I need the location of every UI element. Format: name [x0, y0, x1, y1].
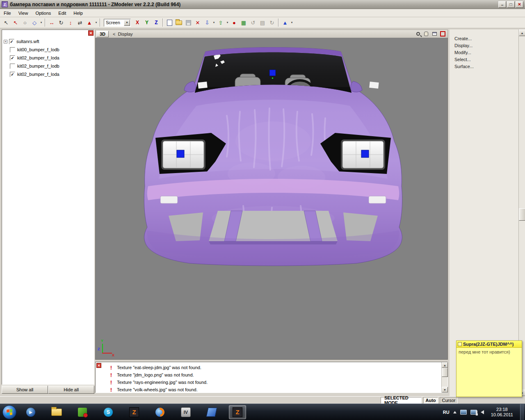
- selected-mode-toggle[interactable]: SELECTED MODE: [381, 397, 422, 404]
- taskbar-utility-icon[interactable]: [74, 405, 91, 419]
- note-body[interactable]: перед мне тот нравится): [457, 348, 522, 356]
- expander-icon[interactable]: [4, 40, 7, 43]
- sticky-note-header[interactable]: Supra(2JZ-GTE)JDM^^): [457, 341, 522, 348]
- menu-options[interactable]: Options: [32, 10, 55, 16]
- new-file-icon[interactable]: [165, 18, 174, 27]
- titlebar[interactable]: бампера поставил и подровнял 1111111 - Z…: [0, 0, 525, 9]
- command-surface[interactable]: Surface...: [454, 64, 474, 71]
- menu-edit[interactable]: Edit: [55, 10, 70, 16]
- import-dropdown-icon[interactable]: [212, 18, 216, 27]
- scrollbar-thumb[interactable]: [519, 208, 525, 221]
- move-icon[interactable]: ↔: [47, 18, 56, 27]
- taskbar-zmodeler-active-icon[interactable]: [229, 405, 246, 419]
- toolbar-separator: [45, 18, 46, 27]
- space-mode-select[interactable]: Screen: [104, 19, 131, 27]
- visibility-checkbox[interactable]: [10, 72, 15, 77]
- taskbar-clock[interactable]: 23:18 10.06.2011: [488, 407, 516, 418]
- tree-buttons: Show all Hide all: [2, 386, 94, 394]
- transform-dropdown-icon[interactable]: [94, 18, 98, 27]
- tree-item-sultanrs[interactable]: sultanrs.wft: [3, 37, 93, 46]
- extrude-icon[interactable]: ▲: [85, 18, 94, 27]
- auto-toggle[interactable]: Auto: [423, 397, 438, 404]
- taskbar-explorer-icon[interactable]: [48, 405, 65, 419]
- taskbar-vegas-icon[interactable]: [203, 405, 220, 419]
- volume-tray-icon[interactable]: [481, 410, 484, 414]
- hide-all-button[interactable]: Hide all: [48, 386, 94, 394]
- select-icon[interactable]: ↖: [2, 18, 11, 27]
- close-log-icon[interactable]: [96, 363, 101, 368]
- tree-item-kit02-lodb[interactable]: kit02_bumper_f_lodb: [3, 62, 93, 70]
- material-editor-icon[interactable]: ▲: [281, 18, 290, 27]
- tree-item-kit02-loda-2[interactable]: kit02_bumper_f_loda: [3, 70, 93, 78]
- language-indicator[interactable]: RU: [443, 410, 450, 415]
- maximize-button[interactable]: [507, 1, 515, 8]
- rotate-icon[interactable]: ↻: [57, 18, 66, 27]
- scroll-down-icon[interactable]: [442, 387, 448, 393]
- start-button[interactable]: [2, 405, 16, 419]
- viewport-back-button[interactable]: <: [113, 32, 115, 37]
- visibility-checkbox[interactable]: [10, 64, 15, 69]
- select-poly-icon[interactable]: ◇: [30, 18, 39, 27]
- viewport-3d-canvas[interactable]: Y X Z: [95, 38, 448, 360]
- close-button[interactable]: [516, 1, 523, 8]
- command-modify[interactable]: Modify...: [454, 50, 474, 57]
- axis-y-toggle[interactable]: Y: [142, 18, 151, 27]
- command-display[interactable]: Display...: [454, 43, 474, 50]
- delete-icon[interactable]: ✕: [193, 18, 202, 27]
- minimize-button[interactable]: [498, 1, 506, 8]
- undo-icon[interactable]: ↺: [249, 18, 258, 27]
- close-panel-icon[interactable]: [88, 30, 94, 36]
- save-icon[interactable]: [184, 18, 193, 27]
- select-dropdown-icon[interactable]: [39, 18, 43, 27]
- scroll-up-icon[interactable]: [442, 362, 448, 368]
- render-icon[interactable]: ●: [230, 18, 239, 27]
- show-desktop-button[interactable]: [520, 404, 524, 420]
- redo-icon[interactable]: ↻: [267, 18, 276, 27]
- grid-settings-icon[interactable]: ▦: [239, 18, 248, 27]
- export-dropdown-icon[interactable]: [226, 18, 229, 27]
- show-all-button[interactable]: Show all: [2, 386, 48, 394]
- cursor-toggle[interactable]: Cursor: [440, 397, 458, 404]
- import-icon[interactable]: ⇩: [203, 18, 212, 27]
- axis-z-toggle[interactable]: Z: [152, 18, 161, 27]
- material-dropdown-icon[interactable]: [290, 18, 294, 27]
- viewport-mode-tab[interactable]: 3D: [96, 31, 109, 37]
- menu-help[interactable]: Help: [70, 10, 87, 16]
- visibility-checkbox[interactable]: [10, 55, 15, 61]
- taskbar-skype-icon[interactable]: [100, 405, 117, 419]
- select-quad-icon[interactable]: ↖: [11, 18, 20, 27]
- menu-file[interactable]: File: [0, 10, 15, 16]
- scrollbar-thumb[interactable]: [442, 368, 448, 377]
- hidden-icons-chevron[interactable]: [453, 411, 457, 413]
- scale-icon[interactable]: ↕: [66, 18, 75, 27]
- taskbar-media-player-icon[interactable]: [22, 405, 39, 419]
- open-file-icon[interactable]: [174, 18, 183, 27]
- export-icon[interactable]: ⇧: [216, 18, 225, 27]
- visibility-checkbox[interactable]: [9, 39, 14, 44]
- visibility-checkbox[interactable]: [10, 47, 15, 52]
- history-icon[interactable]: ▤: [258, 18, 267, 27]
- selection-handle: [361, 150, 369, 158]
- viewport-view-name[interactable]: Display: [118, 32, 133, 37]
- view-window-icon[interactable]: [431, 31, 438, 37]
- zoom-icon[interactable]: [415, 31, 421, 37]
- maximize-viewport-icon[interactable]: [439, 31, 446, 37]
- select-circle-icon[interactable]: ○: [21, 18, 30, 27]
- axis-x-toggle[interactable]: X: [133, 18, 142, 27]
- menu-view[interactable]: View: [15, 10, 32, 16]
- pan-hand-icon[interactable]: [423, 31, 429, 37]
- chevron-down-icon[interactable]: [124, 20, 130, 26]
- taskbar-gta-iv-icon[interactable]: [177, 405, 194, 419]
- command-select[interactable]: Select...: [454, 57, 474, 64]
- y-axis-line: [102, 344, 103, 354]
- log-scrollbar[interactable]: [441, 362, 447, 393]
- selection-handle: [177, 150, 184, 158]
- tree-item-kit00-lodb[interactable]: kit00_bumper_f_lodb: [3, 46, 93, 54]
- command-create[interactable]: Create...: [454, 36, 474, 43]
- display-tray-icon[interactable]: [460, 410, 467, 415]
- tree-item-kit02-loda[interactable]: kit02_bumper_f_loda: [3, 54, 93, 62]
- mirror-icon[interactable]: ⇄: [75, 18, 84, 27]
- taskbar-firefox-icon[interactable]: [151, 405, 169, 419]
- scroll-up-icon[interactable]: [519, 30, 525, 36]
- taskbar-zmodeler-icon[interactable]: [126, 405, 143, 419]
